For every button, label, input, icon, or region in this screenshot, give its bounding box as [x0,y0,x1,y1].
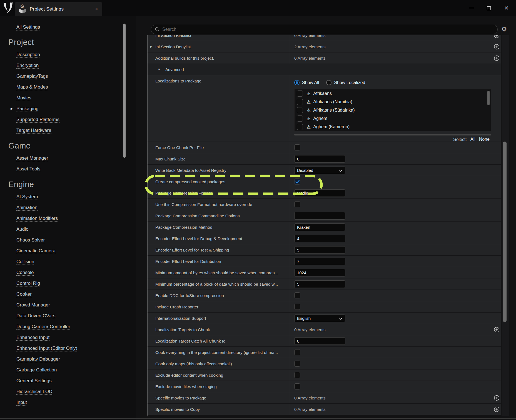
maximize-icon[interactable] [487,6,491,10]
add-element-icon[interactable] [493,35,500,39]
checkbox[interactable] [294,178,300,185]
sidebar-item-supported-platforms[interactable]: Supported Platforms [16,114,122,125]
search-bar [151,25,498,34]
sidebar-item-enhanced-input-editor-only[interactable]: Enhanced Input (Editor Only) [16,343,122,354]
main-scrollbar-thumb[interactable] [503,142,507,322]
text-input[interactable]: 1024 [294,269,345,276]
sidebar-scrollbar-thumb[interactable] [123,24,126,158]
sidebar-item-cinematic-camera[interactable]: Cinematic Camera [16,245,122,256]
localization-list-scrollbar-thumb[interactable] [487,91,490,105]
sidebar-item-garbage-collection[interactable]: Garbage Collection [16,364,122,375]
array-elements-count: 0 Array elements [294,35,326,38]
add-element-icon[interactable] [493,406,500,413]
localization-item-aghem[interactable]: ⚠Aghem [295,114,491,123]
sidebar-item-asset-manager[interactable]: Asset Manager [16,153,122,164]
sidebar-item-asset-tools[interactable]: Asset Tools [16,164,122,174]
add-element-icon[interactable] [493,326,500,333]
text-input[interactable]: 5 [294,280,345,288]
sidebar-item-audio[interactable]: Audio [16,224,122,235]
dropdown[interactable]: English [294,315,345,322]
sidebar-item-encryption[interactable]: Encryption [16,60,122,71]
sidebar-item-general-settings[interactable]: General Settings [16,375,122,386]
sidebar-item-description[interactable]: Description [16,49,122,60]
localization-item-afrikaans-namibia[interactable]: ⚠Afrikaans (Namibia) [295,98,491,106]
sidebar-item-animation[interactable]: Animation [16,202,122,213]
sidebar-item-cooker[interactable]: Cooker [16,289,122,300]
sidebar-item-gameplaytags[interactable]: GameplayTags [16,71,122,82]
radio-show-localized[interactable]: Show Localized [326,80,365,85]
checkbox[interactable] [294,292,300,298]
sidebar-item-label: Packaging [16,106,38,112]
sidebar-item-input[interactable]: Input [16,397,122,408]
minimize-icon[interactable] [469,8,474,8]
checkbox[interactable] [294,372,300,378]
text-input[interactable]: Oodle [294,189,345,197]
window-bottom-edge [0,418,516,419]
sidebar-item-crowd-manager[interactable]: Crowd Manager [16,300,122,310]
checkbox[interactable] [294,201,300,207]
text-input[interactable]: 4 [294,235,345,242]
localization-list: ⚠Afrikaans⚠Afrikaans (Namibia)⚠Afrikaans… [294,89,491,131]
select-none-link[interactable]: None [479,137,490,142]
checkbox[interactable] [294,144,300,150]
sidebar-item-console[interactable]: Console [16,267,122,278]
localization-item-afrikaans-s-dafrika[interactable]: ⚠Afrikaans (Südafrika) [295,106,491,114]
search-input[interactable] [162,27,497,32]
text-input-value: 0 [297,339,299,343]
sidebar-item-control-rig[interactable]: Control Rig [16,278,122,289]
tab-project-settings[interactable]: ⚙ Project Settings × [15,2,102,16]
text-input[interactable] [294,212,345,220]
text-input[interactable]: 0 [294,337,345,345]
localization-list-hscrollbar[interactable] [294,134,491,135]
checkbox[interactable] [294,361,300,367]
sidebar-item-packaging[interactable]: ▶Packaging [16,103,122,114]
add-element-icon[interactable] [493,55,500,61]
setting-value: English [294,313,500,324]
dropdown[interactable]: Disabled [294,167,345,174]
sidebar-item-data-driven-cvars[interactable]: Data Driven CVars [16,310,122,321]
settings-gear-icon[interactable]: ⚙ [500,25,508,33]
setting-value [294,301,500,312]
checkbox[interactable] [297,107,303,113]
checkbox[interactable] [294,383,300,389]
sidebar-item-all-settings[interactable]: All Settings [16,24,40,31]
sidebar-item-animation-modifiers[interactable]: Animation Modifiers [16,213,122,224]
localization-item-aghem-kamerun[interactable]: ⚠Aghem (Kamerun) [295,123,491,131]
sidebar-item-maps-modes[interactable]: Maps & Modes [16,82,122,92]
text-input[interactable]: 5 [294,246,345,254]
radio-show-all[interactable]: Show All [294,80,319,85]
checkbox[interactable] [294,349,300,355]
sidebar-item-label: Movies [16,95,31,101]
sidebar-item-chaos-solver[interactable]: Chaos Solver [16,235,122,245]
checkbox[interactable] [297,99,303,105]
sidebar-item-ai-system[interactable]: AI System [16,191,122,202]
checkbox[interactable] [297,90,303,97]
select-all-link[interactable]: All [470,137,475,142]
add-element-icon[interactable] [493,44,500,50]
add-element-icon[interactable] [493,395,500,401]
checkbox[interactable] [294,304,300,310]
warning-icon: ⚠ [306,91,311,97]
localization-item-afrikaans[interactable]: ⚠Afrikaans [295,89,491,98]
language-label: Afrikaans (Namibia) [313,99,352,104]
setting-label: Package Compression Method [147,225,287,230]
expander-arrow-icon[interactable]: ▶ [150,45,152,48]
tab-close-icon[interactable]: × [95,7,98,12]
checkbox[interactable] [297,124,303,130]
collapse-arrow-icon: ▼ [158,68,161,71]
sidebar-item-movies[interactable]: Movies [16,92,122,103]
text-input[interactable]: 0 [294,155,345,163]
sidebar-item-debug-camera-controller[interactable]: Debug Camera Controller [16,321,122,332]
close-icon[interactable]: ✕ [504,5,509,11]
sidebar-item-gameplay-debugger[interactable]: Gameplay Debugger [16,354,122,364]
checkbox[interactable] [297,115,303,122]
sidebar-item-target-hardware[interactable]: Target Hardware [16,125,122,136]
section-header-advanced[interactable]: ▼Advanced [147,64,501,75]
text-input[interactable]: 7 [294,258,345,265]
text-input[interactable]: Kraken [294,223,345,231]
sidebar-item-collision[interactable]: Collision [16,256,122,267]
sidebar-item-hierarchical-lod[interactable]: Hierarchical LOD [16,386,122,397]
setting-label: Package Compression Format [147,191,287,195]
sidebar-item-enhanced-input[interactable]: Enhanced Input [16,332,122,343]
settings-row-internationalization-support: Internationalization SupportEnglish [147,313,501,324]
